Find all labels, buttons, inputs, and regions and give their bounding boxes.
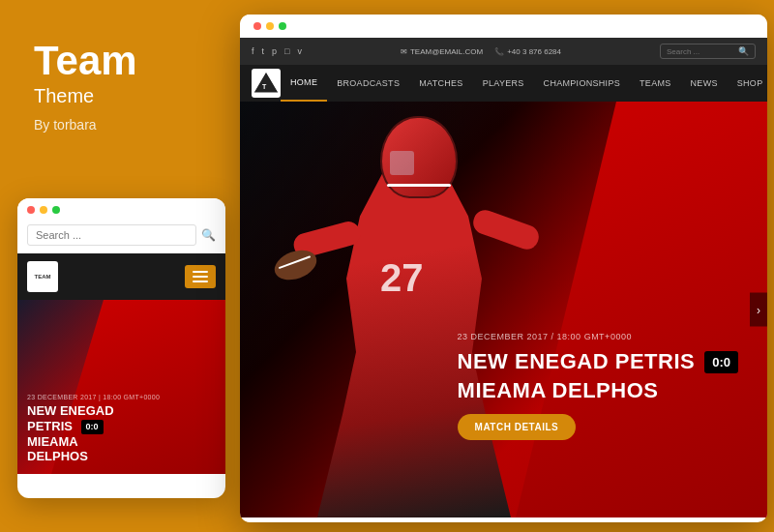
dot-yellow	[40, 206, 47, 214]
desktop-top-bar	[240, 15, 767, 38]
nav-item-championships[interactable]: CHAMPIONSHIPS	[534, 65, 630, 102]
desktop-mockup: f t p □ v ✉ TEAM@EMAIL.COM 📞 +40 3 876 6…	[240, 15, 767, 522]
mobile-score-badge: 0:0	[81, 420, 104, 434]
football-lace	[279, 255, 312, 269]
hero-player-container: 27	[240, 102, 608, 517]
hamburger-line-3	[193, 281, 208, 282]
jersey-number: 27	[380, 256, 424, 300]
nav-logo: T	[252, 69, 281, 98]
nav-item-shop[interactable]: SHOP	[728, 65, 767, 102]
phone-icon: 📞	[494, 47, 504, 56]
header-search-input[interactable]	[667, 47, 734, 56]
nav-item-players[interactable]: PLAYERS	[473, 65, 534, 102]
svg-text:T: T	[262, 83, 267, 90]
desktop-dot-red	[253, 22, 261, 30]
mobile-nav: TEAM	[17, 253, 225, 300]
hero-title-line1: NEW ENEGAD PETRIS	[458, 349, 696, 373]
dot-green	[52, 206, 60, 214]
nav-item-home[interactable]: HOME	[281, 65, 327, 102]
vine-icon[interactable]: v	[297, 46, 302, 56]
twitter-icon[interactable]: t	[262, 46, 265, 56]
mobile-hamburger-button[interactable]	[185, 265, 216, 288]
right-arm	[470, 207, 542, 252]
mobile-logo: TEAM	[27, 261, 58, 292]
header-contacts: ✉ TEAM@EMAIL.COM 📞 +40 3 876 6284	[401, 47, 561, 56]
desktop-dot-green	[279, 22, 286, 30]
score-badge: 0:0	[704, 351, 738, 373]
hero-next-arrow[interactable]: ›	[750, 293, 767, 327]
left-panel: Team Theme By torbara 🔍 TEAM 23 DE	[0, 0, 237, 532]
hero-title-row: NEW ENEGAD PETRIS 0:0	[458, 349, 738, 373]
email-icon: ✉	[401, 47, 407, 56]
hamburger-line-1	[193, 271, 208, 273]
hamburger-line-2	[193, 276, 208, 278]
mobile-search-icon: 🔍	[201, 228, 216, 242]
helmet-visor	[390, 151, 414, 175]
search-icon: 🔍	[738, 46, 749, 56]
desktop-dot-yellow	[266, 22, 274, 30]
mobile-hero-content: 23 DECEMBER 2017 | 18:00 GMT+0000 NEW EN…	[27, 394, 160, 464]
desktop-header-bar: f t p □ v ✉ TEAM@EMAIL.COM 📞 +40 3 876 6…	[240, 38, 767, 65]
theme-title: Team	[34, 39, 213, 83]
mobile-search-bar: 🔍	[17, 220, 225, 253]
nav-item-matches[interactable]: MATCHES	[409, 65, 472, 102]
facebook-icon[interactable]: f	[252, 46, 254, 56]
hero-content: 23 DECEMBER 2017 / 18:00 GMT+0000 NEW EN…	[458, 332, 738, 440]
header-phone: 📞 +40 3 876 6284	[494, 47, 561, 56]
helmet-stripe	[387, 184, 451, 187]
player-helmet	[380, 116, 458, 198]
nav-item-teams[interactable]: TEAMS	[630, 65, 681, 102]
mobile-match-title: NEW ENEGAD PETRIS 0:0 MIEAMA DELPHOS	[27, 403, 160, 464]
nav-item-news[interactable]: NEWS	[681, 65, 728, 102]
hero-date: 23 DECEMBER 2017 / 18:00 GMT+0000	[458, 332, 738, 341]
mobile-mockup: 🔍 TEAM 23 DECEMBER 2017 | 18:00 GMT+0000…	[17, 198, 225, 498]
phone-text: +40 3 876 6284	[507, 47, 561, 56]
header-social: f t p □ v	[252, 46, 302, 56]
desktop-nav: T HOME BROADCASTS MATCHES PLAYERS CHAMPI…	[240, 65, 767, 102]
nav-menu: HOME BROADCASTS MATCHES PLAYERS CHAMPION…	[281, 65, 767, 102]
header-email: ✉ TEAM@EMAIL.COM	[401, 47, 483, 56]
theme-subtitle: Theme	[34, 85, 213, 107]
email-text: TEAM@EMAIL.COM	[410, 47, 483, 56]
mobile-top-bar	[17, 198, 225, 220]
mobile-hero-date: 23 DECEMBER 2017 | 18:00 GMT+0000	[27, 394, 160, 400]
desktop-hero: 27 23 DECEMBER 2017 / 18:00 GMT+0000 NEW…	[240, 102, 767, 517]
mobile-hero: 23 DECEMBER 2017 | 18:00 GMT+0000 NEW EN…	[17, 300, 225, 474]
match-details-button[interactable]: MATCH DETAILS	[458, 414, 577, 440]
mobile-search-input[interactable]	[27, 224, 196, 246]
theme-author: By torbara	[34, 117, 213, 133]
nav-item-broadcasts[interactable]: BROADCASTS	[327, 65, 409, 102]
pinterest-icon[interactable]: p	[272, 46, 277, 56]
hero-title-line2: MIEAMA DELPHOS	[458, 378, 738, 402]
header-search[interactable]: 🔍	[660, 44, 756, 59]
dot-red	[27, 206, 35, 214]
instagram-icon[interactable]: □	[284, 46, 289, 56]
